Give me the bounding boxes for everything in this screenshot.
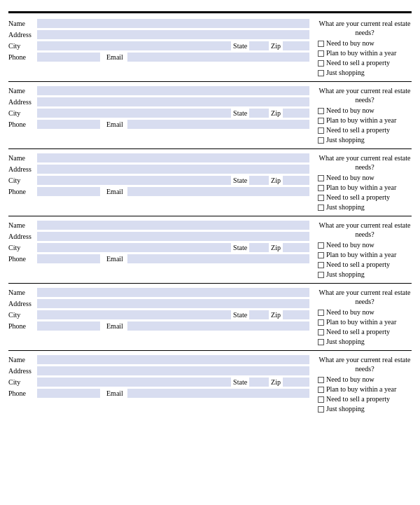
option-checkbox-1[interactable] (318, 50, 324, 57)
option-checkbox-0[interactable] (318, 175, 324, 181)
name-label: Name (8, 154, 35, 162)
option-item-3: Just shopping (318, 405, 365, 413)
option-label-0: Need to buy now (326, 308, 374, 317)
address-input[interactable] (37, 232, 309, 241)
city-input[interactable] (37, 378, 231, 387)
name-input[interactable] (37, 288, 309, 297)
name-row: Name (8, 355, 309, 364)
option-checkbox-2[interactable] (318, 329, 324, 335)
option-checkbox-3[interactable] (318, 272, 324, 278)
option-checkbox-2[interactable] (318, 396, 324, 403)
city-input[interactable] (37, 41, 231, 50)
option-checkbox-2[interactable] (318, 60, 324, 67)
option-checkbox-0[interactable] (318, 377, 324, 383)
name-input[interactable] (37, 19, 309, 28)
option-item-3: Just shopping (318, 69, 365, 77)
option-checkbox-0[interactable] (318, 242, 324, 249)
option-checkbox-3[interactable] (318, 70, 324, 76)
zip-input[interactable] (283, 41, 309, 50)
zip-input[interactable] (283, 310, 309, 319)
state-input[interactable] (249, 378, 269, 387)
name-input[interactable] (37, 86, 309, 95)
email-input[interactable] (127, 321, 309, 331)
option-checkbox-1[interactable] (318, 387, 324, 393)
option-checkbox-1[interactable] (318, 319, 324, 326)
options-column: What are your current real estate needs?… (315, 288, 412, 347)
city-input[interactable] (37, 310, 231, 319)
email-input[interactable] (127, 187, 309, 196)
email-label: Email (106, 188, 123, 195)
city-label: City (8, 42, 35, 50)
options-title: What are your current real estate needs? (318, 19, 412, 37)
option-checkbox-3[interactable] (318, 205, 324, 211)
city-input[interactable] (37, 109, 231, 118)
city-input[interactable] (37, 176, 231, 185)
phone-input[interactable] (37, 321, 100, 331)
entry-block: Name Address City State Zip Phone Email … (8, 218, 412, 284)
option-label-3: Just shopping (326, 203, 365, 212)
option-checkbox-3[interactable] (318, 137, 324, 144)
option-item-2: Need to sell a property (318, 261, 390, 269)
option-checkbox-2[interactable] (318, 195, 324, 201)
options-column: What are your current real estate needs?… (315, 153, 412, 213)
state-input[interactable] (249, 109, 269, 118)
phone-input[interactable] (37, 389, 100, 398)
email-input[interactable] (127, 120, 309, 129)
address-input[interactable] (37, 97, 309, 106)
city-input[interactable] (37, 243, 231, 252)
city-row: City State Zip (8, 243, 309, 252)
options-title: What are your current real estate needs? (318, 355, 412, 373)
address-input[interactable] (37, 30, 309, 39)
email-input[interactable] (127, 389, 309, 398)
zip-input[interactable] (283, 109, 309, 118)
option-checkbox-1[interactable] (318, 118, 324, 124)
address-input[interactable] (37, 366, 309, 375)
option-checkbox-1[interactable] (318, 252, 324, 258)
email-input[interactable] (127, 53, 309, 62)
zip-input[interactable] (283, 378, 309, 387)
city-row: City State Zip (8, 109, 309, 118)
option-item-2: Need to sell a property (318, 59, 390, 67)
option-checkbox-0[interactable] (318, 108, 324, 114)
option-item-3: Just shopping (318, 270, 365, 279)
option-checkbox-0[interactable] (318, 310, 324, 316)
address-input[interactable] (37, 165, 309, 174)
address-row: Address (8, 165, 309, 174)
email-label: Email (106, 120, 123, 128)
entry-block: Name Address City State Zip Phone Email … (8, 83, 412, 149)
option-checkbox-3[interactable] (318, 406, 324, 413)
address-row: Address (8, 97, 309, 106)
phone-input[interactable] (37, 120, 100, 129)
zip-input[interactable] (283, 243, 309, 252)
options-column: What are your current real estate needs?… (315, 19, 412, 78)
address-input[interactable] (37, 299, 309, 308)
option-checkbox-1[interactable] (318, 185, 324, 191)
city-label: City (8, 244, 35, 251)
option-checkbox-2[interactable] (318, 127, 324, 134)
option-item-2: Need to sell a property (318, 328, 390, 336)
state-input[interactable] (249, 243, 269, 252)
name-input[interactable] (37, 153, 309, 162)
option-label-1: Plan to buy within a year (326, 184, 396, 192)
name-input[interactable] (37, 221, 309, 230)
option-checkbox-0[interactable] (318, 41, 324, 47)
email-input[interactable] (127, 254, 309, 263)
phone-input[interactable] (37, 187, 100, 196)
state-input[interactable] (249, 310, 269, 319)
phone-label: Phone (8, 120, 35, 128)
option-checkbox-2[interactable] (318, 262, 324, 268)
option-item-2: Need to sell a property (318, 193, 390, 202)
state-label: State (233, 42, 247, 50)
phone-input[interactable] (37, 53, 100, 62)
phone-row: Phone Email (8, 53, 309, 62)
fields-column: Name Address City State Zip Phone Email (8, 355, 315, 415)
option-item-0: Need to buy now (318, 174, 374, 182)
state-input[interactable] (249, 176, 269, 185)
fields-column: Name Address City State Zip Phone Email (8, 288, 315, 347)
phone-input[interactable] (37, 254, 100, 263)
option-checkbox-3[interactable] (318, 339, 324, 345)
phone-label: Phone (8, 389, 35, 397)
zip-input[interactable] (283, 176, 309, 185)
state-input[interactable] (249, 41, 269, 50)
name-input[interactable] (37, 355, 309, 364)
